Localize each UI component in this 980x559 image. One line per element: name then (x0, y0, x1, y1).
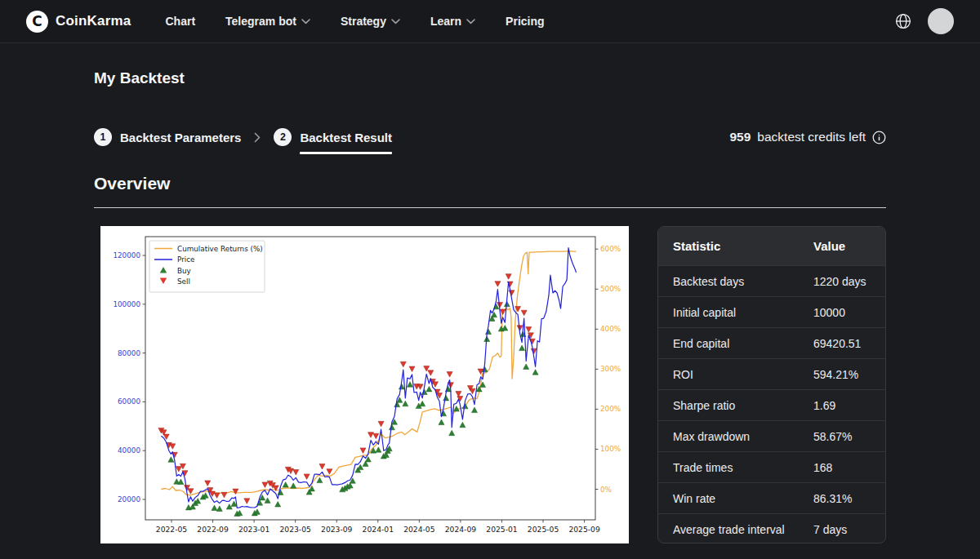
section-title: Overview (94, 174, 886, 193)
credits-count: 959 (729, 130, 751, 144)
svg-text:300%: 300% (600, 366, 621, 374)
svg-text:2024-01: 2024-01 (363, 525, 394, 534)
row-label: Win rate (658, 492, 813, 505)
row-label: Backtest days (658, 275, 813, 288)
svg-text:Sell: Sell (177, 277, 190, 286)
header-value: Value (813, 239, 885, 253)
row-label: ROI (658, 368, 813, 381)
nav-item-strategy[interactable]: Strategy (341, 15, 400, 28)
nav-item-chart[interactable]: Chart (166, 15, 196, 28)
svg-text:2023-01: 2023-01 (238, 525, 270, 534)
brand-logo-icon: C (26, 11, 48, 33)
row-label: Initial capital (658, 306, 813, 319)
nav-links: ChartTelegram botStrategyLearnPricing (166, 15, 545, 28)
svg-text:2025-09: 2025-09 (568, 525, 600, 534)
row-value: 86.31% (813, 492, 885, 505)
table-row: Max drawdown58.67% (658, 420, 885, 451)
chart-legend: Cumulative Returns (%)PriceBuySell (149, 241, 265, 292)
table-row: Average trade interval7 days (658, 513, 885, 543)
svg-text:2025-05: 2025-05 (528, 525, 559, 534)
page-title: My Backtest (94, 69, 886, 87)
chevron-down-icon (391, 19, 400, 24)
svg-text:40000: 40000 (118, 447, 140, 455)
nav-item-telegram-bot[interactable]: Telegram bot (225, 15, 310, 28)
chart-card: 200004000060000800001000001200000%100%20… (100, 226, 629, 543)
stats-table-header: Statistic Value (658, 227, 885, 265)
info-icon[interactable] (872, 131, 886, 144)
svg-text:2024-09: 2024-09 (445, 525, 477, 534)
chevron-down-icon (301, 19, 310, 24)
row-label: End capital (658, 337, 813, 350)
svg-text:2023-05: 2023-05 (279, 525, 311, 534)
row-value: 168 (813, 461, 885, 474)
table-row: End capital69420.51 (658, 327, 885, 358)
table-row: Initial capital10000 (658, 296, 885, 327)
main-content: My Backtest 1 Backtest Parameters 2 Back… (0, 69, 980, 543)
overview-row: 200004000060000800001000001200000%100%20… (94, 226, 886, 543)
nav-item-learn[interactable]: Learn (430, 15, 475, 28)
stats-table: Statistic Value Backtest days1220 daysIn… (657, 226, 886, 543)
svg-text:400%: 400% (600, 326, 621, 334)
nav-item-label: Telegram bot (225, 15, 296, 28)
avatar[interactable] (928, 8, 954, 34)
nav-right (895, 8, 954, 34)
svg-text:C: C (32, 13, 42, 29)
section-divider (94, 207, 886, 208)
nav-item-label: Learn (430, 15, 461, 28)
svg-text:200%: 200% (600, 406, 621, 414)
row-value: 58.67% (813, 430, 885, 443)
stats-table-body: Backtest days1220 daysInitial capital100… (658, 265, 885, 543)
svg-text:80000: 80000 (118, 349, 140, 357)
svg-text:60000: 60000 (118, 398, 140, 406)
row-value: 69420.51 (813, 337, 885, 350)
svg-text:120000: 120000 (113, 251, 140, 260)
row-label: Average trade interval (658, 523, 813, 536)
svg-text:100%: 100% (600, 446, 621, 454)
table-row: Win rate86.31% (658, 482, 885, 513)
chevron-down-icon (466, 19, 475, 24)
step-1-circle: 1 (94, 128, 112, 146)
table-row: Sharpe ratio1.69 (658, 389, 885, 420)
row-value: 594.21% (813, 368, 885, 381)
brand-name: CoinKarma (56, 13, 131, 29)
row-value: 1220 days (813, 275, 885, 288)
row-label: Sharpe ratio (658, 399, 813, 412)
header-statistic: Statistic (658, 239, 813, 253)
chevron-right-icon (254, 132, 261, 143)
stepper-step-1[interactable]: 1 Backtest Parameters (94, 128, 241, 146)
row-value: 7 days (813, 523, 885, 536)
svg-text:500%: 500% (600, 286, 621, 294)
row-value: 1.69 (813, 399, 885, 412)
svg-text:20000: 20000 (118, 495, 140, 504)
svg-text:0%: 0% (600, 486, 612, 494)
svg-text:Cumulative Returns (%): Cumulative Returns (%) (177, 245, 263, 253)
table-row: Trade times168 (658, 451, 885, 482)
table-row: Backtest days1220 days (658, 265, 885, 296)
svg-text:Buy: Buy (177, 267, 191, 275)
globe-icon[interactable] (895, 13, 911, 29)
row-label: Trade times (658, 461, 813, 474)
svg-text:2024-05: 2024-05 (403, 525, 435, 534)
row-label: Max drawdown (658, 430, 813, 443)
step-1-label: Backtest Parameters (120, 131, 241, 144)
svg-text:2022-05: 2022-05 (156, 525, 188, 534)
stepper-step-2[interactable]: 2 Backtest Result (274, 128, 392, 146)
svg-text:Price: Price (177, 255, 194, 264)
navbar: C CoinKarma ChartTelegram botStrategyLea… (0, 0, 980, 43)
backtest-chart: 200004000060000800001000001200000%100%20… (100, 226, 629, 543)
row-value: 10000 (813, 306, 885, 319)
svg-text:2025-01: 2025-01 (486, 525, 517, 534)
svg-text:100000: 100000 (113, 300, 140, 308)
svg-text:600%: 600% (600, 246, 621, 254)
svg-text:2023-09: 2023-09 (321, 525, 353, 534)
table-row: ROI594.21% (658, 358, 885, 389)
nav-item-label: Pricing (506, 15, 544, 28)
nav-item-pricing[interactable]: Pricing (506, 15, 544, 28)
svg-text:2022-09: 2022-09 (197, 525, 229, 534)
step-2-label: Backtest Result (300, 131, 392, 144)
nav-item-label: Strategy (341, 15, 386, 28)
coinkarma-logo[interactable]: C CoinKarma (26, 11, 131, 33)
step-2-circle: 2 (274, 128, 292, 146)
credits-left: 959 backtest credits left (729, 130, 886, 144)
stepper: 1 Backtest Parameters 2 Backtest Result … (94, 128, 886, 146)
